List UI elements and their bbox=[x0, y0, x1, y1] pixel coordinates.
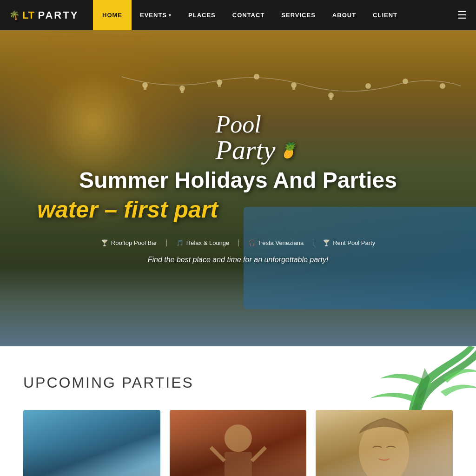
svg-line-25 bbox=[251, 447, 265, 461]
venue-label-4: Rent Pool Party bbox=[333, 239, 375, 246]
nav-item-services[interactable]: SERVICES bbox=[273, 0, 324, 30]
nav-services-label: SERVICES bbox=[281, 12, 316, 19]
venue-item-3[interactable]: 🎧 Festa Veneziana bbox=[239, 239, 313, 246]
pool-text: Pool bbox=[216, 112, 298, 137]
party-card-3[interactable] bbox=[316, 410, 453, 476]
hero-cta-text: Find the best place and time for an unfo… bbox=[148, 256, 329, 264]
card-2-figure bbox=[170, 410, 307, 476]
svg-line-24 bbox=[211, 447, 224, 461]
navbar-logo[interactable]: 🌴 LT PARTY bbox=[0, 9, 93, 21]
nav-item-places[interactable]: PLACES bbox=[180, 0, 224, 30]
logo-lt: LT bbox=[22, 9, 35, 21]
chevron-down-icon: ▾ bbox=[169, 13, 172, 18]
upcoming-section: UPCOMING PARTIES bbox=[0, 346, 476, 476]
nav-places-label: PLACES bbox=[188, 12, 216, 19]
hero-section: Pool Party 🍍 Summer Holidays And Parties… bbox=[0, 30, 476, 346]
pool-party-heading: Pool Party 🍍 bbox=[216, 112, 298, 164]
music-icon: 🎵 bbox=[176, 239, 184, 246]
nav-home-label: HOME bbox=[102, 12, 122, 19]
nav-client-label: CLIENT bbox=[373, 12, 397, 19]
svg-rect-23 bbox=[225, 452, 252, 476]
card-3-portrait bbox=[316, 410, 453, 476]
hero-subtitle: water – first part bbox=[37, 196, 218, 223]
venue-list: 🍸 Rooftop Pool Bar 🎵 Relax & Lounge 🎧 Fe… bbox=[92, 239, 384, 246]
hero-main-title: Summer Holidays And Parties bbox=[79, 168, 397, 193]
hero-content: Pool Party 🍍 Summer Holidays And Parties… bbox=[0, 112, 476, 264]
nav-item-events[interactable]: EVENTS ▾ bbox=[132, 0, 180, 30]
navbar-nav: HOME EVENTS ▾ PLACES CONTACT SERVICES AB… bbox=[93, 0, 448, 30]
cocktail-icon-2: 🍸 bbox=[323, 239, 330, 246]
venue-label-3: Festa Veneziana bbox=[258, 239, 304, 246]
nav-about-label: ABOUT bbox=[332, 12, 356, 19]
nav-item-home[interactable]: HOME bbox=[93, 0, 132, 30]
hamburger-icon: ☰ bbox=[457, 9, 467, 21]
svg-point-22 bbox=[225, 424, 252, 452]
venue-label-1: Rooftop Pool Bar bbox=[111, 239, 157, 246]
nav-item-about[interactable]: ABOUT bbox=[324, 0, 364, 30]
cocktail-icon-1: 🍸 bbox=[101, 239, 108, 246]
upcoming-title: UPCOMING PARTIES bbox=[23, 374, 453, 391]
hamburger-button[interactable]: ☰ bbox=[448, 9, 476, 21]
venue-item-4[interactable]: 🍸 Rent Pool Party bbox=[313, 239, 384, 246]
headphones-icon: 🎧 bbox=[248, 239, 256, 246]
nav-events-label: EVENTS bbox=[140, 12, 167, 19]
logo-party: PARTY bbox=[38, 9, 79, 21]
venue-label-2: Relax & Lounge bbox=[186, 239, 230, 246]
party-card-1[interactable] bbox=[23, 410, 160, 476]
venue-item-1[interactable]: 🍸 Rooftop Pool Bar bbox=[92, 239, 167, 246]
navbar: 🌴 LT PARTY HOME EVENTS ▾ PLACES CONTACT … bbox=[0, 0, 476, 30]
nav-contact-label: CONTACT bbox=[232, 12, 265, 19]
party-text: Party 🍍 bbox=[216, 137, 298, 164]
logo-icon: 🌴 bbox=[9, 10, 20, 20]
pineapple-icon: 🍍 bbox=[279, 143, 298, 158]
party-card-2[interactable] bbox=[170, 410, 307, 476]
venue-item-2[interactable]: 🎵 Relax & Lounge bbox=[167, 239, 239, 246]
nav-item-contact[interactable]: CONTACT bbox=[224, 0, 273, 30]
nav-item-client[interactable]: CLIENT bbox=[364, 0, 406, 30]
card-1-silhouettes bbox=[23, 447, 160, 476]
party-cards-container bbox=[23, 410, 453, 476]
